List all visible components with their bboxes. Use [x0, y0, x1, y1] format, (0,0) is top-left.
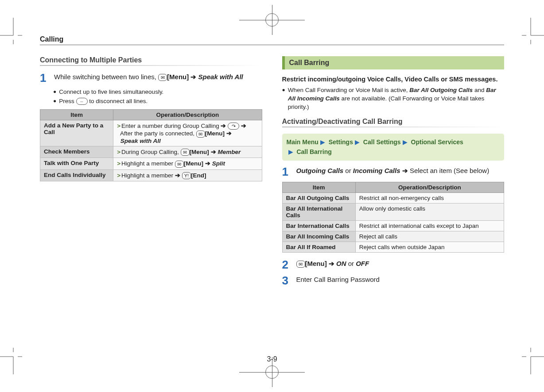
menu-path: Main Menu▶ Settings▶ Call Settings▶ Opti…	[282, 134, 505, 161]
bullet-icon: ●	[53, 97, 56, 106]
cell-item: Bar All International Calls	[282, 203, 355, 220]
th-item: Item	[282, 182, 355, 192]
arrow-icon: ➔	[402, 167, 408, 174]
menu-label: [Menu]	[167, 73, 189, 81]
th-item: Item	[40, 109, 113, 120]
section-heading: Activating/Deactivating Call Barring	[282, 118, 505, 127]
step-body: Enter Call Barring Password	[296, 275, 505, 286]
operations-table-right: Item Operation/Description Bar All Outgo…	[282, 182, 505, 253]
cell-op: Reject all calls	[355, 231, 504, 242]
cell-op: Allow only domestic calls	[355, 203, 504, 220]
step-1-right: 1 Outgoing Calls or Incoming Calls ➔ Sel…	[282, 166, 505, 177]
right-column: Call Barring Restrict incoming/outgoing …	[282, 56, 505, 291]
table-row: Bar All Incoming CallsReject all calls	[282, 231, 504, 242]
cell-op: >Enter a number during Group Calling ➔ ↷…	[113, 120, 262, 146]
cell-op: Restrict all international calls except …	[355, 220, 504, 231]
bullet-icon: ●	[282, 86, 285, 111]
section-heading: Connecting to Multiple Parties	[40, 56, 262, 66]
y-key-icon: Y!	[182, 172, 191, 179]
section-title-bar: Call Barring	[282, 56, 505, 69]
step-body: ✉[Menu] ➔ ON or OFF	[296, 259, 505, 270]
triangle-icon: ▶	[355, 138, 360, 146]
end-call-key-icon: ⏤	[76, 98, 88, 105]
content-columns: Connecting to Multiple Parties 1 While s…	[40, 56, 504, 291]
section-description: Restrict incoming/outgoing Voice Calls, …	[282, 75, 505, 84]
cell-op: Restrict all non-emergency calls	[355, 192, 504, 203]
chevron-icon: >	[117, 172, 120, 179]
mail-key-icon: ✉	[175, 161, 184, 168]
step-number: 1	[282, 166, 291, 177]
bullet-1: ● Connect up to five lines simultaneousl…	[53, 88, 262, 96]
crop-mark-bottom	[0, 365, 544, 379]
arrow-icon: ➔	[205, 160, 210, 167]
menupath-item: Call Settings	[363, 138, 401, 146]
crop-corner-tr	[522, 18, 544, 44]
left-column: Connecting to Multiple Parties 1 While s…	[40, 56, 262, 291]
arrow-icon: ➔	[221, 123, 226, 129]
table-row: Add a New Party to a Call >Enter a numbe…	[40, 120, 262, 146]
step-body: While switching between two lines, ✉[Men…	[54, 72, 262, 84]
mail-key-icon: ✉	[296, 261, 305, 268]
th-op: Operation/Description	[113, 109, 262, 120]
table-row: Check Members >During Group Calling, ✉[M…	[40, 146, 262, 158]
chevron-icon: >	[117, 123, 120, 129]
chevron-icon: >	[117, 149, 120, 155]
arrow-icon: ➔	[241, 123, 246, 129]
table-row: End Calls Individually >Highlight a memb…	[40, 169, 262, 181]
menupath-item: Call Barring	[296, 148, 331, 155]
chapter-title: Calling	[40, 35, 504, 45]
triangle-icon: ▶	[320, 138, 325, 146]
step-number: 1	[40, 72, 49, 84]
cell-item: Bar All Incoming Calls	[282, 231, 355, 242]
table-row: Bar International CallsRestrict all inte…	[282, 220, 504, 231]
step1-text-a: While switching between two lines,	[54, 73, 158, 81]
page-number: 3-9	[267, 355, 277, 363]
cell-op: Reject calls when outside Japan	[355, 242, 504, 252]
step-1-left: 1 While switching between two lines, ✉[M…	[40, 72, 262, 84]
table-row: Bar All Outgoing CallsRestrict all non-e…	[282, 192, 504, 203]
manual-page: Calling Connecting to Multiple Parties 1…	[0, 0, 544, 392]
step1-text-b: Speak with All	[198, 73, 243, 81]
note-bullet: ● When Call Forwarding or Voice Mail is …	[282, 86, 505, 111]
menupath-item: Optional Services	[411, 138, 463, 146]
note-text: When Call Forwarding or Voice Mail is ac…	[288, 86, 504, 111]
triangle-icon: ▶	[288, 148, 293, 155]
cell-op: >Highlight a member ✉[Menu] ➔ Split	[113, 158, 262, 169]
cell-item: Check Members	[40, 146, 113, 158]
bullet-text: Press ⏤ to disconnect all lines.	[59, 97, 148, 106]
chevron-icon: >	[117, 160, 120, 167]
table-row: Bar All If RoamedReject calls when outsi…	[282, 242, 504, 252]
table-row: Talk with One Party >Highlight a member …	[40, 158, 262, 169]
table-row: Bar All International CallsAllow only do…	[282, 203, 504, 220]
arrow-icon: ➔	[211, 149, 216, 155]
menupath-item: Settings	[329, 138, 353, 146]
step-number: 3	[282, 275, 291, 286]
arrow-icon: ➔	[175, 172, 180, 179]
th-op: Operation/Description	[355, 182, 504, 192]
cell-item: Bar All If Roamed	[282, 242, 355, 252]
triangle-icon: ▶	[403, 138, 408, 146]
bullet-text: Connect up to five lines simultaneously.	[59, 88, 163, 96]
step-3-right: 3 Enter Call Barring Password	[282, 275, 505, 286]
menupath-item: Main Menu	[287, 138, 319, 146]
call-key-icon: ↷	[228, 123, 239, 130]
cell-op: >Highlight a member ➔ Y![End]	[113, 169, 262, 181]
arrow-icon: ➔	[329, 260, 336, 267]
cell-item: End Calls Individually	[40, 169, 113, 181]
cell-op: >During Group Calling, ✉[Menu] ➔ Member	[113, 146, 262, 158]
crop-corner-tl	[0, 18, 22, 44]
mail-key-icon: ✉	[196, 131, 205, 138]
cell-item: Bar International Calls	[282, 220, 355, 231]
mail-key-icon: ✉	[181, 149, 190, 156]
bullet-icon: ●	[53, 88, 56, 96]
step-body: Outgoing Calls or Incoming Calls ➔ Selec…	[296, 166, 505, 177]
step-2-right: 2 ✉[Menu] ➔ ON or OFF	[282, 259, 505, 270]
cell-item: Talk with One Party	[40, 158, 113, 169]
mail-key-icon: ✉	[158, 74, 167, 81]
arrow-icon: ➔	[226, 130, 232, 137]
crop-mark-top	[0, 13, 544, 27]
cell-item: Bar All Outgoing Calls	[282, 192, 355, 203]
cell-item: Add a New Party to a Call	[40, 120, 113, 146]
arrow-icon: ➔	[190, 73, 198, 81]
step-number: 2	[282, 259, 291, 270]
